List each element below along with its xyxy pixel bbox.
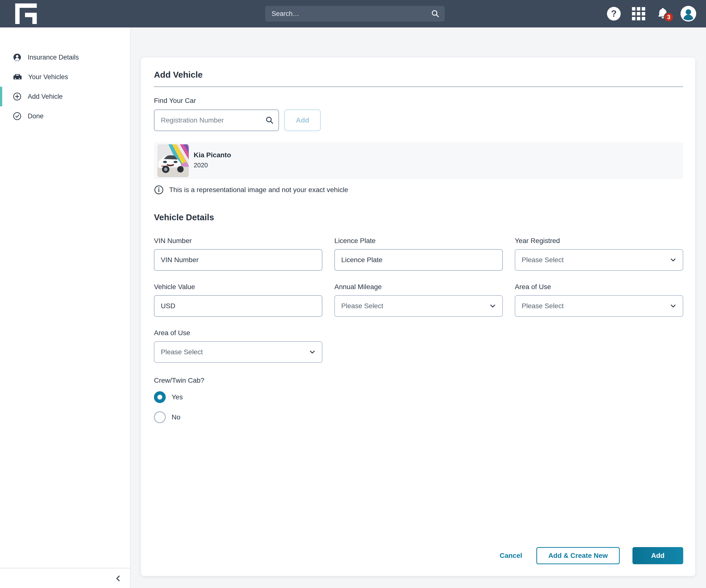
field-vin-number: VIN Number xyxy=(154,237,322,271)
find-your-car-label: Find Your Car xyxy=(154,97,683,104)
top-bar: ? 3 xyxy=(0,0,706,28)
sidebar-nav: Insurance Details Your Vehicles Add Vehi… xyxy=(0,28,130,126)
sidebar-footer xyxy=(0,568,130,588)
info-icon xyxy=(154,185,164,195)
sidebar-item-label: Done xyxy=(28,113,44,120)
area-of-use-select-2[interactable]: Please Select xyxy=(154,341,322,363)
field-year-registered: Year Registred Please Select xyxy=(515,237,683,271)
crew-twin-cab-radio-group: Yes No xyxy=(154,391,683,423)
disclaimer-text: This is a representational image and not… xyxy=(169,186,348,194)
annual-mileage-select[interactable]: Please Select xyxy=(335,295,503,317)
radio-selected-icon[interactable] xyxy=(154,391,166,403)
add-and-create-new-button[interactable]: Add & Create New xyxy=(536,547,620,564)
field-label: Year Registred xyxy=(515,237,683,245)
topbar-actions: ? 3 xyxy=(607,0,696,28)
registration-input-wrap xyxy=(154,110,279,131)
help-icon[interactable]: ? xyxy=(607,7,621,20)
field-annual-mileage: Annual Mileage Please Select xyxy=(335,283,503,317)
plus-circle-icon xyxy=(13,92,21,101)
field-label: Area of Use xyxy=(154,329,322,337)
cancel-button[interactable]: Cancel xyxy=(498,551,524,560)
search-icon xyxy=(265,116,274,125)
year-registered-select[interactable]: Please Select xyxy=(515,249,683,271)
car-icon xyxy=(13,73,22,81)
notification-badge: 3 xyxy=(664,12,674,22)
user-icon xyxy=(680,6,696,22)
field-label: Vehicle Value xyxy=(154,283,322,291)
radio-option-no[interactable]: No xyxy=(154,411,181,423)
avatar[interactable] xyxy=(680,6,696,22)
vehicle-details-heading: Vehicle Details xyxy=(154,212,683,223)
radio-label: Yes xyxy=(171,393,183,401)
chevron-down-icon xyxy=(669,302,677,310)
crew-twin-cab-label: Crew/Twin Cab? xyxy=(154,377,683,384)
sidebar-item-label: Add Vehicle xyxy=(28,93,63,100)
sidebar-item-insurance-details[interactable]: Insurance Details xyxy=(0,47,130,67)
collapse-sidebar-button[interactable] xyxy=(113,573,124,584)
notifications-button[interactable]: 3 xyxy=(657,7,669,20)
card-actions: Cancel Add & Create New Add xyxy=(498,547,683,564)
vehicle-value-input[interactable] xyxy=(154,295,322,317)
search-input[interactable] xyxy=(265,6,445,22)
vehicle-thumbnail xyxy=(157,144,189,177)
chevron-down-icon xyxy=(309,348,316,356)
vehicle-meta: Kia Picanto 2020 xyxy=(194,151,231,169)
disclaimer-row: This is a representational image and not… xyxy=(154,185,683,195)
sidebar-item-add-vehicle[interactable]: Add Vehicle xyxy=(0,87,130,106)
field-label: Area of Use xyxy=(515,283,683,291)
check-circle-icon xyxy=(13,112,21,120)
radio-label: No xyxy=(171,413,181,421)
field-licence-plate: Licence Plate xyxy=(335,237,503,271)
vin-number-input[interactable] xyxy=(154,249,322,271)
radio-option-yes[interactable]: Yes xyxy=(154,391,183,403)
sidebar-item-label: Your Vehicles xyxy=(28,73,68,81)
field-area-of-use: Area of Use Please Select xyxy=(515,283,683,317)
chevron-down-icon xyxy=(489,302,497,310)
field-label: VIN Number xyxy=(154,237,322,245)
registration-number-input[interactable] xyxy=(154,110,279,131)
search-icon[interactable] xyxy=(431,9,440,18)
vehicle-name: Kia Picanto xyxy=(194,151,231,159)
sidebar-item-done[interactable]: Done xyxy=(0,106,130,126)
app-logo-icon[interactable] xyxy=(15,3,38,24)
registration-row: Add xyxy=(154,110,683,131)
vehicle-result-item[interactable]: Kia Picanto 2020 xyxy=(154,142,683,179)
area-of-use-select[interactable]: Please Select xyxy=(515,295,683,317)
add-vehicle-card: Add Vehicle Find Your Car Add xyxy=(141,57,695,576)
vehicle-details-form: VIN Number Licence Plate Year Registred … xyxy=(154,237,683,363)
page-title: Add Vehicle xyxy=(154,69,683,80)
sidebar-item-label: Insurance Details xyxy=(28,54,79,61)
global-search xyxy=(265,6,445,22)
add-button[interactable]: Add xyxy=(632,547,683,564)
field-label: Annual Mileage xyxy=(335,283,503,291)
field-label: Licence Plate xyxy=(335,237,503,245)
apps-grid-icon[interactable] xyxy=(632,7,645,20)
sidebar-item-your-vehicles[interactable]: Your Vehicles xyxy=(0,67,130,87)
title-divider xyxy=(154,86,683,87)
sidebar: Insurance Details Your Vehicles Add Vehi… xyxy=(0,28,131,588)
radio-unselected-icon[interactable] xyxy=(154,411,166,423)
field-vehicle-value: Vehicle Value xyxy=(154,283,322,317)
vehicle-year: 2020 xyxy=(194,162,231,169)
chevron-down-icon xyxy=(669,256,677,264)
licence-plate-input[interactable] xyxy=(335,249,503,271)
field-area-of-use-2: Area of Use Please Select xyxy=(154,329,322,363)
chevron-left-icon xyxy=(115,575,122,582)
person-icon xyxy=(13,53,21,61)
find-car-add-button[interactable]: Add xyxy=(284,110,321,131)
